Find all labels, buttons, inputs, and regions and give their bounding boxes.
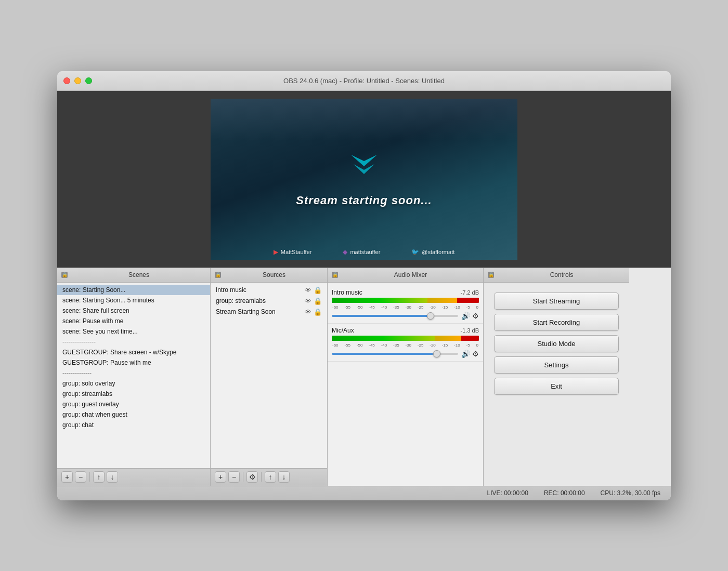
sources-footer: + − ⚙ ↑ ↓ <box>211 468 327 486</box>
obs-logo <box>346 151 382 183</box>
controls-panel: 🔒 Controls Start StreamingStart Recordin… <box>484 268 629 486</box>
controls-panel-header: 🔒 Controls <box>484 268 629 283</box>
sources-panel-title: Sources <box>225 271 323 278</box>
visibility-icon[interactable]: 👁 <box>305 297 311 305</box>
sources-list: Intro music 👁 🔒 group: streamlabs 👁 🔒 St… <box>211 283 327 468</box>
meter-green <box>332 336 435 341</box>
scene-item[interactable]: scene: Starting Soon... 5 minutes <box>57 295 210 306</box>
audio-mixer-panel: 🔒 Audio Mixer Intro music -7.2 dB -60-55… <box>328 268 484 486</box>
audio-settings-icon[interactable]: ⚙ <box>472 350 479 358</box>
audio-panel-title: Audio Mixer <box>342 271 479 278</box>
source-icons: 👁 🔒 <box>305 308 322 316</box>
audio-meter <box>332 298 479 303</box>
lock-icon[interactable]: 🔒 <box>314 286 322 294</box>
source-item[interactable]: Intro music 👁 🔒 <box>211 285 327 296</box>
audio-icons: 🔊 ⚙ <box>461 350 479 358</box>
exit-button[interactable]: Exit <box>494 378 619 395</box>
panels-row: 🔒 Scenes scene: Starting Soon...scene: S… <box>57 268 671 486</box>
scenes-footer: + − ↑ ↓ <box>57 468 210 486</box>
audio-panel-header: 🔒 Audio Mixer <box>328 268 483 283</box>
studio-mode-button[interactable]: Studio Mode <box>494 335 619 352</box>
stream-status-text: Stream starting soon... <box>296 194 432 207</box>
social-twitch: ◆ mattstauffer <box>343 248 380 256</box>
social-twitter: 🐦 @stafformatt <box>411 248 454 256</box>
volume-slider[interactable] <box>332 353 458 355</box>
start-streaming-button[interactable]: Start Streaming <box>494 293 619 310</box>
source-icons: 👁 🔒 <box>305 297 322 305</box>
scene-item[interactable]: scene: Share full screen <box>57 306 210 316</box>
audio-track-header: Mic/Aux -1.3 dB <box>332 327 479 334</box>
meter-numbers: -60-55-50-45-40-35-30-25-20-15-10-50 <box>332 305 479 310</box>
speaker-icon[interactable]: 🔊 <box>461 350 470 358</box>
meter-scale <box>332 336 479 341</box>
social-youtube: ▶ MattStauffer <box>274 248 312 256</box>
source-item[interactable]: group: streamlabs 👁 🔒 <box>211 296 327 307</box>
source-name: group: streamlabs <box>216 297 305 304</box>
scene-item[interactable]: scene: See you next time... <box>57 326 210 337</box>
audio-track-db: -1.3 dB <box>461 327 479 334</box>
sources-up-button[interactable]: ↑ <box>265 471 276 483</box>
audio-track-db: -7.2 dB <box>461 289 479 296</box>
meter-red <box>461 336 479 341</box>
meter-yellow <box>427 298 457 303</box>
twitter-handle: @stafformatt <box>422 249 454 255</box>
sources-remove-button[interactable]: − <box>228 471 240 483</box>
visibility-icon[interactable]: 👁 <box>305 308 311 316</box>
rec-timer: REC: 00:00:00 <box>544 489 585 497</box>
visibility-icon[interactable]: 👁 <box>305 286 311 294</box>
sources-down-button[interactable]: ↓ <box>278 471 290 483</box>
audio-track-name: Mic/Aux <box>332 327 354 334</box>
scene-item[interactable]: scene: Starting Soon... <box>57 285 210 295</box>
controls-content: Start StreamingStart RecordingStudio Mod… <box>484 283 629 486</box>
scenes-down-button[interactable]: ↓ <box>107 471 118 483</box>
volume-row: 🔊 ⚙ <box>332 312 479 320</box>
audio-lock-icon[interactable]: 🔒 <box>332 272 338 278</box>
scene-item[interactable]: scene: Pause with me <box>57 316 210 326</box>
audio-track: Intro music -7.2 dB -60-55-50-45-40-35-3… <box>328 286 483 324</box>
sources-settings-button[interactable]: ⚙ <box>246 471 258 483</box>
lock-icon[interactable]: 🔒 <box>314 297 322 305</box>
scenes-add-button[interactable]: + <box>61 471 73 483</box>
meter-green <box>332 298 427 303</box>
start-recording-button[interactable]: Start Recording <box>494 314 619 331</box>
scene-item[interactable]: group: guest overlay <box>57 399 210 409</box>
scenes-up-button[interactable]: ↑ <box>93 471 105 483</box>
scene-item[interactable]: group: chat when guest <box>57 409 210 420</box>
scenes-remove-button[interactable]: − <box>75 471 86 483</box>
volume-row: 🔊 ⚙ <box>332 350 479 358</box>
scene-item[interactable]: GUESTGROUP: Share screen - w/Skype <box>57 347 210 357</box>
meter-numbers: -60-55-50-45-40-35-30-25-20-15-10-50 <box>332 343 479 348</box>
source-name: Intro music <box>216 286 305 294</box>
lock-icon[interactable]: 🔒 <box>314 308 322 316</box>
settings-button[interactable]: Settings <box>494 356 619 374</box>
sources-add-button[interactable]: + <box>215 471 226 483</box>
minimize-button[interactable] <box>74 77 81 84</box>
scenes-panel: 🔒 Scenes scene: Starting Soon...scene: S… <box>57 268 211 486</box>
audio-track-name: Intro music <box>332 289 362 296</box>
scene-item: ---------------- <box>57 337 210 347</box>
controls-panel-title: Controls <box>498 271 625 278</box>
volume-slider[interactable] <box>332 315 458 317</box>
speaker-icon[interactable]: 🔊 <box>461 312 470 320</box>
scenes-lock-icon[interactable]: 🔒 <box>61 272 68 278</box>
source-item[interactable]: Stream Starting Soon 👁 🔒 <box>211 307 327 317</box>
status-bar: LIVE: 00:00:00 REC: 00:00:00 CPU: 3.2%, … <box>57 486 671 500</box>
title-bar: OBS 24.0.6 (mac) - Profile: Untitled - S… <box>57 71 671 91</box>
sources-lock-icon[interactable]: 🔒 <box>215 272 221 278</box>
controls-lock-icon[interactable]: 🔒 <box>488 272 494 278</box>
close-button[interactable] <box>63 77 70 84</box>
maximize-button[interactable] <box>85 77 92 84</box>
scenes-footer-sep <box>89 472 90 482</box>
audio-settings-icon[interactable]: ⚙ <box>472 312 479 320</box>
sources-footer-sep2 <box>261 472 262 482</box>
cpu-info: CPU: 3.2%, 30.00 fps <box>601 489 660 497</box>
sources-panel: 🔒 Sources Intro music 👁 🔒 group: streaml… <box>211 268 328 486</box>
scene-item[interactable]: GUESTGROUP: Pause with me <box>57 357 210 368</box>
scenes-list: scene: Starting Soon...scene: Starting S… <box>57 283 210 468</box>
scene-item[interactable]: group: solo overlay <box>57 378 210 389</box>
scene-item[interactable]: group: chat <box>57 420 210 430</box>
scene-item[interactable]: group: streamlabs <box>57 389 210 399</box>
sources-footer-sep1 <box>243 472 243 482</box>
audio-tracks-list: Intro music -7.2 dB -60-55-50-45-40-35-3… <box>328 283 483 486</box>
scenes-panel-title: Scenes <box>72 271 206 278</box>
